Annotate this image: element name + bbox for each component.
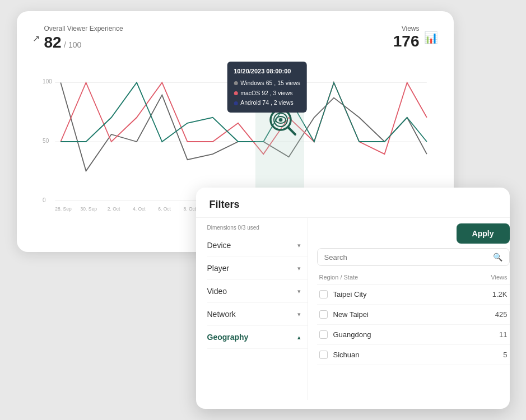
region-taipei-city: Taipei City (333, 290, 482, 298)
svg-point-4 (279, 118, 282, 122)
filters-body: Dimensions 0/3 used Device ▾ Player ▾ Vi… (196, 218, 510, 400)
svg-text:4. Oct: 4. Oct (132, 206, 145, 212)
checkbox-sichuan[interactable] (319, 351, 328, 359)
views-sichuan: 5 (487, 351, 508, 359)
dimension-label-network: Network (207, 310, 236, 319)
tooltip-row-2: macOS 92 , 3 views (234, 88, 300, 99)
svg-text:0: 0 (43, 197, 46, 203)
table-row-2: Guangdong 11 (317, 325, 510, 345)
filters-card: Filters Dimensions 0/3 used Device ▾ Pla… (196, 188, 510, 409)
tooltip-label-macos: macOS 92 , 3 views (240, 88, 292, 99)
chart-title: Overall Viewer Experience (44, 25, 123, 32)
chart-score: 82 (44, 34, 62, 51)
checkbox-new-taipei[interactable] (319, 310, 328, 319)
table-header: Region / State Views (317, 270, 510, 284)
table-row-1: New Taipei 425 (317, 305, 510, 325)
table-header-views: Views (491, 274, 507, 281)
apply-button[interactable]: Apply (457, 223, 510, 244)
table-header-region: Region / State (319, 274, 359, 281)
chart-score-row: 82 / 100 (44, 34, 123, 52)
tooltip-label-android: Android 74 , 2 views (240, 98, 294, 108)
search-box[interactable]: 🔍 (317, 248, 510, 266)
dimension-label-video: Video (207, 287, 227, 296)
dimensions-label: Dimensions 0/3 used (207, 218, 308, 234)
svg-text:50: 50 (43, 138, 49, 144)
tooltip-row-1: Windows 65 , 15 views (234, 78, 300, 88)
views-group: Views 176 (393, 25, 420, 50)
checkbox-guangdong[interactable] (319, 330, 328, 339)
tooltip-dot-windows (234, 81, 238, 85)
chart-tooltip: 10/20/2023 08:00:00 Windows 65 , 15 view… (227, 62, 307, 113)
dimension-label-geography: Geography (207, 333, 249, 342)
search-input[interactable] (324, 253, 493, 262)
chevron-up-icon-geography: ▴ (297, 334, 301, 341)
dimension-item-network[interactable]: Network ▾ (207, 303, 308, 326)
tooltip-dot-android (234, 101, 238, 105)
filters-header: Filters (196, 188, 510, 218)
table-row-0: Taipei City 1.2K (317, 284, 510, 305)
right-panel: Apply 🔍 Region / State Views Taipei City… (308, 218, 510, 400)
svg-line-5 (288, 127, 295, 134)
chart-header-left: ↗ Overall Viewer Experience 82 / 100 (32, 25, 123, 52)
dimension-label-device: Device (207, 241, 231, 250)
outer-container: ↗ Overall Viewer Experience 82 / 100 Vie… (17, 11, 510, 409)
tooltip-dot-macos (234, 91, 238, 95)
checkbox-taipei-city[interactable] (319, 290, 328, 298)
views-taipei-city: 1.2K (487, 290, 508, 298)
dimension-item-device[interactable]: Device ▾ (207, 234, 308, 257)
tooltip-label-windows: Windows 65 , 15 views (240, 78, 300, 88)
region-sichuan: Sichuan (333, 351, 482, 359)
chart-header-right: Views 176 📊 (393, 25, 438, 50)
apply-row: Apply (317, 218, 510, 248)
svg-text:8. Oct: 8. Oct (183, 206, 196, 212)
dimension-item-video[interactable]: Video ▾ (207, 280, 308, 303)
table-row-3: Sichuan 5 (317, 345, 510, 365)
chevron-down-icon-network: ▾ (297, 311, 301, 318)
dimension-item-player[interactable]: Player ▾ (207, 257, 308, 280)
bar-chart-icon: 📊 (424, 31, 438, 44)
chart-header: ↗ Overall Viewer Experience 82 / 100 Vie… (32, 25, 438, 52)
search-icon: 🔍 (493, 253, 502, 262)
chevron-down-icon-player: ▾ (297, 265, 301, 272)
region-new-taipei: New Taipei (333, 310, 482, 319)
views-label: Views (393, 25, 420, 32)
chevron-down-icon-device: ▾ (297, 242, 301, 249)
views-guangdong: 11 (487, 330, 508, 339)
svg-text:28. Sep: 28. Sep (55, 206, 72, 212)
filters-title: Filters (210, 199, 496, 211)
views-new-taipei: 425 (487, 310, 508, 319)
region-guangdong: Guangdong (333, 330, 482, 339)
dimension-label-player: Player (207, 264, 230, 273)
chart-title-group: Overall Viewer Experience 82 / 100 (44, 25, 123, 52)
svg-text:30. Sep: 30. Sep (80, 206, 97, 212)
dimensions-panel: Dimensions 0/3 used Device ▾ Player ▾ Vi… (196, 218, 308, 400)
svg-text:6. Oct: 6. Oct (158, 206, 171, 212)
chart-score-denom: / 100 (64, 40, 81, 49)
chevron-down-icon-video: ▾ (297, 288, 301, 295)
trend-icon: ↗ (32, 33, 40, 44)
tooltip-title: 10/20/2023 08:00:00 (234, 66, 300, 77)
svg-text:100: 100 (43, 78, 52, 85)
dimension-item-geography[interactable]: Geography ▴ (207, 326, 308, 349)
views-count: 176 (393, 32, 420, 50)
tooltip-row-3: Android 74 , 2 views (234, 98, 300, 108)
svg-text:2. Oct: 2. Oct (107, 206, 120, 212)
